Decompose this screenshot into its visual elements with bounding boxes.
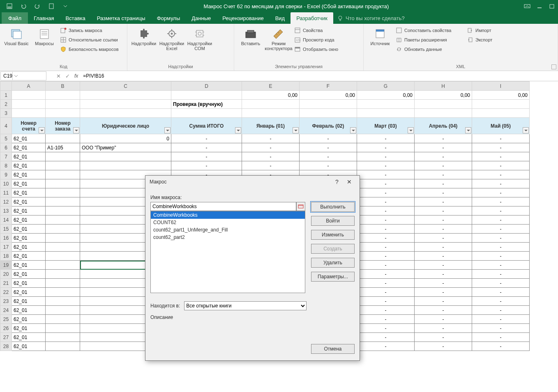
expansion-packs-button[interactable]: Пакеты расширения: [396, 36, 463, 44]
hdr-jan[interactable]: Январь (01): [242, 118, 300, 134]
design-mode-button[interactable]: Режим конструктора: [266, 25, 291, 51]
cell[interactable]: -: [242, 161, 300, 170]
row-16[interactable]: 16: [0, 234, 12, 243]
col-G[interactable]: G: [357, 82, 415, 91]
cell[interactable]: 62_01: [12, 261, 46, 270]
tab-data[interactable]: Данные: [186, 12, 217, 24]
cell[interactable]: -: [300, 134, 357, 143]
hdr-mar[interactable]: Март (03): [357, 118, 415, 134]
cell[interactable]: -: [472, 288, 530, 297]
cell[interactable]: -: [357, 225, 415, 234]
cell[interactable]: 62_01: [12, 306, 46, 315]
cell[interactable]: -: [472, 279, 530, 288]
hdr-may[interactable]: Май (05): [472, 118, 530, 134]
formula-input[interactable]: =PIV!B16: [81, 73, 558, 79]
cell[interactable]: 62_01: [12, 288, 46, 297]
cancel-button[interactable]: Отмена: [311, 344, 355, 354]
col-A[interactable]: A: [12, 82, 46, 91]
cell[interactable]: 62_01: [12, 279, 46, 288]
addins-button[interactable]: Надстройки: [131, 25, 156, 46]
cell[interactable]: -: [472, 188, 530, 197]
name-box[interactable]: C19: [0, 71, 46, 80]
row-27[interactable]: 27: [0, 333, 12, 342]
cancel-formula-icon[interactable]: ✕: [54, 71, 63, 80]
row-14[interactable]: 14: [0, 215, 12, 225]
excel-addins-button[interactable]: Надстройки Excel: [159, 25, 184, 51]
col-I[interactable]: I: [472, 82, 530, 91]
row-24[interactable]: 24: [0, 306, 12, 315]
cell[interactable]: [46, 197, 80, 206]
cell[interactable]: A1-105: [46, 143, 80, 152]
cell[interactable]: -: [357, 279, 415, 288]
cell[interactable]: 62_01: [12, 188, 46, 197]
filter-icon[interactable]: [235, 127, 241, 133]
cell[interactable]: -: [300, 143, 357, 152]
cell[interactable]: -: [415, 342, 472, 351]
cell[interactable]: 0: [80, 134, 171, 143]
cell[interactable]: 62_01: [12, 342, 46, 351]
cell[interactable]: -: [171, 161, 242, 170]
cell[interactable]: [46, 206, 80, 215]
cell[interactable]: [46, 306, 80, 315]
macro-name-input[interactable]: [150, 202, 296, 211]
cell[interactable]: -: [357, 306, 415, 315]
cell[interactable]: -: [415, 252, 472, 261]
xml-export-button[interactable]: Экспорт: [467, 36, 492, 44]
cell[interactable]: -: [415, 333, 472, 342]
hdr-apr[interactable]: Апрель (04): [415, 118, 472, 134]
hdr-total[interactable]: Сумма ИТОГО: [171, 118, 242, 134]
cell[interactable]: -: [472, 252, 530, 261]
row-7[interactable]: 7: [0, 152, 12, 161]
cell[interactable]: 62_01: [12, 152, 46, 161]
hdr-account[interactable]: Номер счета: [12, 118, 46, 134]
cell[interactable]: [80, 152, 171, 161]
refresh-data-button[interactable]: Обновить данные: [396, 45, 463, 53]
cell[interactable]: -: [415, 234, 472, 243]
cell[interactable]: -: [357, 324, 415, 333]
select-all-cell[interactable]: [0, 82, 12, 91]
cell[interactable]: -: [472, 197, 530, 206]
filter-icon[interactable]: [164, 127, 171, 133]
cell[interactable]: -: [171, 143, 242, 152]
row-26[interactable]: 26: [0, 324, 12, 333]
hdr-feb[interactable]: Февраль (02): [300, 118, 357, 134]
cell[interactable]: -: [357, 243, 415, 252]
range-picker-icon[interactable]: [296, 202, 305, 211]
cell[interactable]: -: [472, 170, 530, 179]
cell[interactable]: -: [472, 206, 530, 215]
cell[interactable]: [46, 261, 80, 270]
cell[interactable]: [46, 161, 80, 170]
cell[interactable]: -: [357, 270, 415, 279]
row-12[interactable]: 12: [0, 197, 12, 206]
close-icon[interactable]: ✕: [343, 179, 355, 185]
cell[interactable]: 62_01: [12, 143, 46, 152]
cell[interactable]: [46, 179, 80, 188]
com-addins-button[interactable]: Надстройки COM: [187, 25, 212, 51]
cell[interactable]: -: [415, 324, 472, 333]
cell[interactable]: 62_01: [12, 179, 46, 188]
cell[interactable]: -: [472, 143, 530, 152]
tell-me-search[interactable]: Что вы хотите сделать?: [333, 15, 405, 21]
hdr-entity[interactable]: Юридическое лицо: [80, 118, 171, 134]
macro-security-button[interactable]: Безопасность макросов: [60, 45, 119, 53]
cell[interactable]: 62_01: [12, 297, 46, 306]
cell[interactable]: [46, 315, 80, 324]
row-28[interactable]: 28: [0, 342, 12, 351]
row-17[interactable]: 17: [0, 243, 12, 252]
row-4[interactable]: 4: [0, 118, 12, 134]
qat-undo-icon[interactable]: [17, 0, 30, 12]
row-20[interactable]: 20: [0, 270, 12, 279]
cell[interactable]: -: [357, 342, 415, 351]
cell[interactable]: 62_01: [12, 215, 46, 225]
row-15[interactable]: 15: [0, 225, 12, 234]
cell[interactable]: -: [472, 270, 530, 279]
visual-basic-button[interactable]: Visual Basic: [4, 25, 29, 46]
col-B[interactable]: B: [46, 82, 80, 91]
qat-save-icon[interactable]: [3, 0, 16, 12]
xml-import-button[interactable]: Импорт: [467, 26, 492, 34]
hdr-order[interactable]: Номер заказа: [46, 118, 80, 134]
col-D[interactable]: D: [171, 82, 242, 91]
cell[interactable]: -: [415, 215, 472, 225]
view-code-button[interactable]: </>Просмотр кода: [294, 36, 338, 44]
cell[interactable]: -: [415, 297, 472, 306]
